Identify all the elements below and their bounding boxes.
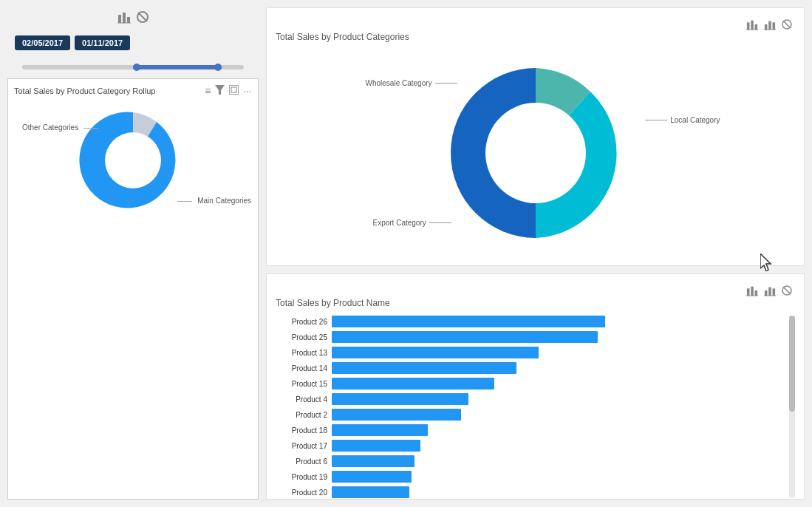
bar-header-icons [276, 283, 795, 298]
bar-fill-5 [332, 393, 468, 405]
legend-export: Export Category [373, 219, 451, 227]
expand-icon[interactable] [229, 85, 239, 97]
column-chart-icon-donut[interactable] [764, 18, 776, 30]
svg-rect-0 [118, 15, 121, 23]
svg-marker-6 [215, 85, 225, 95]
bar-row-0: Product 26 [276, 316, 783, 327]
bar-fill-1 [332, 331, 598, 343]
bar-label-7: Product 18 [276, 426, 327, 435]
bar-row-7: Product 18 [276, 424, 783, 436]
donut-chart-large: Wholesale Category Local Category Export… [276, 50, 795, 256]
rollup-donut-svg [74, 101, 192, 220]
bar-row-4: Product 15 [276, 378, 783, 389]
bar-fill-8 [332, 440, 420, 452]
bar-label-0: Product 26 [276, 318, 327, 326]
bar-fill-6 [332, 409, 461, 421]
bar-row-10: Product 19 [276, 471, 783, 483]
slider-fill [133, 65, 222, 69]
bar-label-5: Product 4 [276, 395, 327, 404]
top-icons-row [7, 7, 259, 27]
bar-chart-body: Product 26 Product 25 Product 13 Product… [276, 316, 795, 498]
svg-rect-7 [229, 85, 239, 95]
start-date-badge[interactable]: 02/05/2017 [15, 35, 70, 50]
svg-rect-10 [747, 22, 750, 30]
bar-fill-10 [332, 471, 412, 483]
svg-rect-1 [123, 13, 126, 23]
bar-fill-4 [332, 378, 494, 389]
right-panel: Total Sales by Product Categories [266, 7, 805, 500]
rollup-card-tools: ≡ ··· [205, 85, 252, 97]
left-panel: 02/05/2017 01/11/2017 Total Sales by Pro… [7, 7, 259, 500]
bar-label-10: Product 19 [276, 473, 327, 481]
no-icon-bar[interactable] [782, 285, 792, 296]
rollup-legend-other: Other Categories [22, 123, 98, 132]
menu-icon[interactable]: ≡ [205, 85, 211, 97]
donut-chart-title: Total Sales by Product Categories [276, 32, 795, 42]
rollup-card-header: Total Sales by Product Category Rollup ≡ [14, 85, 252, 97]
bar-chart-card: Total Sales by Product Name Product 26 P… [266, 273, 805, 500]
no-circle-icon-top[interactable] [137, 11, 149, 23]
svg-line-19 [783, 21, 791, 28]
bar-label-2: Product 13 [276, 349, 327, 357]
svg-rect-23 [755, 290, 758, 296]
end-date-badge[interactable]: 01/11/2017 [75, 35, 130, 50]
bar-row-8: Product 17 [276, 440, 783, 452]
legend-wholesale: Wholesale Category [366, 79, 457, 87]
svg-rect-8 [231, 87, 236, 92]
bar-label-3: Product 14 [276, 364, 327, 372]
donut-chart-card: Total Sales by Product Categories [266, 7, 805, 266]
bar-fill-7 [332, 424, 428, 436]
bar-label-1: Product 25 [276, 333, 327, 341]
svg-point-9 [105, 132, 161, 188]
date-slider[interactable] [7, 59, 259, 72]
bar-label-6: Product 2 [276, 411, 327, 419]
filter-icon[interactable] [215, 85, 225, 97]
main-container: 02/05/2017 01/11/2017 Total Sales by Pro… [0, 0, 812, 507]
svg-rect-12 [755, 24, 758, 30]
bar-label-4: Product 15 [276, 380, 327, 388]
bar-row-2: Product 13 [276, 347, 783, 358]
bar-fill-2 [332, 347, 539, 358]
svg-rect-25 [765, 290, 768, 296]
bar-row-6: Product 2 [276, 409, 783, 421]
svg-point-20 [485, 103, 586, 203]
rollup-legend-main: Main Categories [177, 197, 251, 205]
bar-row-5: Product 4 [276, 393, 783, 405]
svg-rect-22 [751, 287, 754, 296]
bar-chart-icon-bar[interactable] [746, 285, 758, 296]
bar-fill-0 [332, 316, 605, 327]
rollup-donut-chart: Other Categories Main Categories [14, 101, 252, 220]
svg-line-30 [783, 287, 791, 294]
bar-chart-icon-donut[interactable] [746, 18, 758, 30]
svg-rect-21 [747, 288, 750, 296]
svg-rect-15 [768, 21, 771, 30]
svg-rect-2 [127, 17, 130, 23]
rollup-card-title: Total Sales by Product Category Rollup [14, 86, 155, 95]
slider-handle-left[interactable] [133, 64, 140, 71]
bar-row-1: Product 25 [276, 331, 783, 343]
bar-row-3: Product 14 [276, 362, 783, 374]
scroll-thumb[interactable] [789, 316, 795, 412]
slider-track [22, 65, 244, 69]
rollup-card: Total Sales by Product Category Rollup ≡ [7, 78, 259, 500]
svg-rect-26 [768, 287, 771, 296]
slider-handle-right[interactable] [214, 64, 222, 71]
svg-line-5 [138, 13, 147, 21]
bar-fill-3 [332, 362, 516, 374]
date-range-row: 02/05/2017 01/11/2017 [7, 33, 259, 53]
legend-local: Local Category [645, 116, 720, 124]
bar-label-9: Product 6 [276, 457, 327, 466]
donut-svg [432, 57, 639, 249]
bar-chart-title: Total Sales by Product Name [276, 298, 795, 308]
bar-fill-11 [332, 486, 409, 498]
svg-rect-11 [751, 21, 754, 30]
svg-rect-27 [773, 288, 776, 296]
bar-fill-9 [332, 455, 414, 467]
donut-header-icons [276, 17, 795, 32]
bar-label-8: Product 17 [276, 442, 327, 450]
bar-chart-icon-top[interactable] [117, 10, 131, 24]
svg-rect-14 [765, 24, 768, 30]
column-chart-icon-bar[interactable] [764, 285, 776, 296]
more-icon[interactable]: ··· [243, 85, 252, 97]
no-icon-donut[interactable] [782, 19, 792, 30]
